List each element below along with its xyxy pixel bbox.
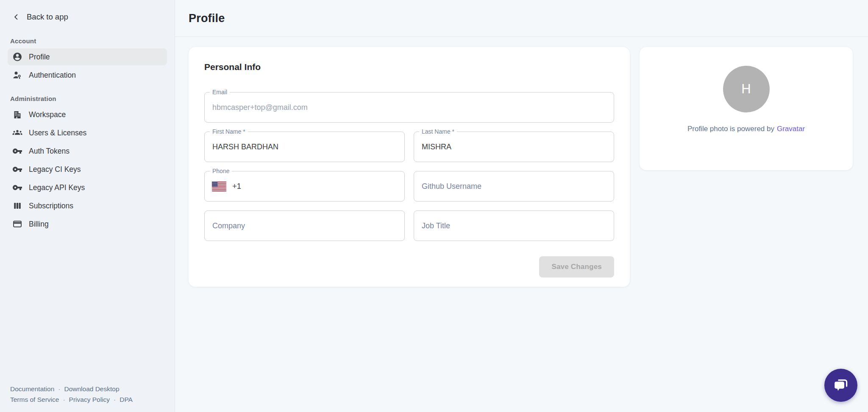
sidebar-item-label: Auth Tokens: [29, 147, 70, 156]
save-changes-button[interactable]: Save Changes: [539, 256, 614, 277]
phone-field: Phone: [204, 171, 405, 202]
account-nav: Profile Authentication: [0, 48, 175, 84]
back-to-app-button[interactable]: Back to app: [0, 0, 175, 22]
main-area: Profile Personal Info Email First Name *…: [175, 0, 868, 412]
sidebar-item-label: Billing: [29, 220, 49, 229]
chevron-left-icon: [12, 13, 20, 21]
last-name-label: Last Name *: [419, 128, 457, 135]
phone-dial-code: +1: [232, 182, 241, 191]
form-actions: Save Changes: [204, 256, 614, 277]
email-field: Email: [204, 92, 614, 123]
gravatar-caption-text: Profile photo is powered by: [687, 125, 774, 133]
first-name-field: First Name *: [204, 132, 405, 162]
sidebar-item-label: Legacy API Keys: [29, 183, 85, 192]
sidebar: Back to app Account Profile: [0, 0, 175, 412]
personal-info-card: Personal Info Email First Name * Last Na…: [189, 47, 630, 287]
account-circle-icon: [12, 52, 22, 62]
sidebar-item-legacy-api-keys[interactable]: Legacy API Keys: [8, 179, 167, 196]
email-label: Email: [210, 89, 230, 95]
gravatar-card: H Profile photo is powered byGravatar: [640, 47, 853, 170]
sidebar-item-profile[interactable]: Profile: [8, 48, 167, 65]
avatar-initial: H: [741, 81, 751, 97]
key-icon: [12, 164, 22, 174]
sidebar-item-workspace[interactable]: Workspace: [8, 106, 167, 123]
building-icon: [12, 109, 22, 120]
phone-input[interactable]: [247, 171, 397, 201]
groups-icon: [12, 128, 22, 138]
separator-dot: ·: [114, 396, 116, 403]
avatar: H: [723, 66, 770, 112]
key-icon: [12, 182, 22, 193]
footer-link-privacy-policy[interactable]: Privacy Policy: [69, 396, 110, 403]
back-to-app-label: Back to app: [27, 12, 68, 22]
sidebar-item-label: Authentication: [29, 71, 76, 80]
chat-launcher-button[interactable]: [824, 369, 857, 402]
page-header: Profile: [175, 0, 868, 37]
first-name-label: First Name *: [210, 128, 248, 135]
content-area: Personal Info Email First Name * Last Na…: [175, 37, 868, 287]
sidebar-item-subscriptions[interactable]: Subscriptions: [8, 197, 167, 214]
personal-info-title: Personal Info: [204, 62, 614, 72]
sidebar-item-authentication[interactable]: Authentication: [8, 67, 167, 84]
key-icon: [12, 146, 22, 156]
section-title-administration: Administration: [0, 95, 175, 102]
company-input[interactable]: [205, 211, 404, 241]
us-flag-icon[interactable]: [212, 182, 226, 191]
app-root: Back to app Account Profile: [0, 0, 868, 412]
first-name-input[interactable]: [205, 132, 404, 162]
gravatar-caption: Profile photo is powered byGravatar: [687, 125, 805, 133]
sidebar-item-label: Subscriptions: [29, 202, 73, 210]
footer-link-terms-of-service[interactable]: Terms of Service: [10, 396, 59, 403]
page-title: Profile: [189, 12, 225, 25]
github-username-input[interactable]: [414, 171, 614, 201]
gravatar-link[interactable]: Gravatar: [777, 125, 805, 133]
phone-label: Phone: [210, 168, 232, 174]
section-title-account: Account: [0, 37, 175, 45]
name-row: First Name * Last Name *: [204, 132, 614, 162]
person-key-icon: [12, 70, 22, 80]
sidebar-item-label: Profile: [29, 53, 50, 62]
credit-card-icon: [12, 219, 22, 229]
separator-dot: ·: [63, 396, 65, 403]
chat-bubble-icon: [832, 376, 850, 394]
sidebar-footer: Documentation·Download Desktop Terms of …: [10, 384, 133, 405]
sidebar-item-auth-tokens[interactable]: Auth Tokens: [8, 143, 167, 160]
bars-icon: [12, 201, 22, 211]
email-input: [205, 92, 614, 122]
company-job-row: [204, 210, 614, 241]
administration-nav: Workspace Users & Licenses: [0, 106, 175, 233]
sidebar-item-label: Users & Licenses: [29, 129, 86, 137]
sidebar-item-users-licenses[interactable]: Users & Licenses: [8, 124, 167, 141]
footer-link-documentation[interactable]: Documentation: [10, 385, 54, 392]
sidebar-item-legacy-ci-keys[interactable]: Legacy CI Keys: [8, 161, 167, 178]
footer-link-dpa[interactable]: DPA: [120, 396, 133, 403]
phone-github-row: Phone: [204, 171, 614, 202]
last-name-field: Last Name *: [414, 132, 614, 162]
job-title-input[interactable]: [414, 211, 614, 241]
last-name-input[interactable]: [414, 132, 614, 162]
company-field: [204, 210, 405, 241]
sidebar-item-label: Legacy CI Keys: [29, 165, 81, 174]
github-username-field: [414, 171, 614, 202]
sidebar-item-label: Workspace: [29, 110, 66, 119]
footer-link-download-desktop[interactable]: Download Desktop: [64, 385, 119, 392]
separator-dot: ·: [58, 385, 60, 392]
job-title-field: [414, 210, 614, 241]
sidebar-item-billing[interactable]: Billing: [8, 216, 167, 233]
